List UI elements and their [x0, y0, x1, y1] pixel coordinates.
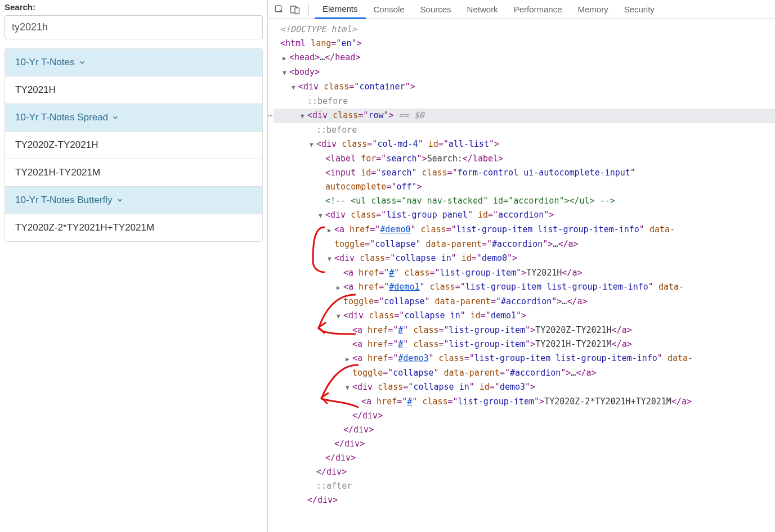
dom-line[interactable]: <div class="list-group panel" id="accord… — [274, 208, 775, 223]
tab-security[interactable]: Security — [616, 0, 662, 19]
dom-line[interactable]: ::before — [274, 123, 775, 137]
dom-line[interactable]: <div class="container"> — [274, 80, 775, 94]
search-label: Search: — [5, 2, 263, 12]
group-header-spread[interactable]: 10-Yr T-Notes Spread — [5, 104, 262, 132]
dom-line[interactable]: toggle="collapse" data-parent="#accordio… — [274, 366, 775, 380]
dom-line-selected[interactable]: ⋯<div class="row"> == $0 — [274, 109, 775, 123]
dom-line[interactable]: <body> — [274, 65, 775, 80]
dom-line[interactable]: <a href="#" class="list-group-item">TY20… — [274, 395, 775, 409]
dom-line[interactable]: toggle="collapse" data-parent="#accordio… — [274, 237, 775, 251]
dom-tree[interactable]: <!DOCTYPE html> <html lang="en"> <head>…… — [268, 19, 775, 532]
search-panel: Search: 10-Yr T-Notes TY2021H 10-Yr T-No… — [0, 0, 267, 532]
collapse-triangle-icon — [301, 109, 306, 123]
group-header-label: 10-Yr T-Notes Butterfly — [15, 195, 113, 206]
dom-line[interactable]: </div> — [274, 493, 775, 507]
dom-line[interactable]: <div class="collapse in" id="demo1"> — [274, 309, 775, 323]
dom-line[interactable]: <!-- <ul class="nav nav-stacked" id="acc… — [274, 194, 775, 208]
collapse-triangle-icon — [337, 309, 342, 323]
toolbar-separator — [308, 4, 309, 15]
device-toolbar-icon[interactable] — [287, 2, 303, 17]
devtools-panel: Elements Console Sources Network Perform… — [267, 0, 775, 532]
svg-rect-2 — [295, 8, 299, 14]
dom-line[interactable]: </div> — [274, 465, 775, 479]
search-input[interactable] — [5, 15, 263, 39]
dom-line[interactable]: <div class="col-md-4" id="all-list"> — [274, 137, 775, 152]
collapse-triangle-icon — [328, 252, 333, 266]
list-item[interactable]: TY2021H-TY2021M — [5, 159, 262, 187]
dom-line[interactable]: </div> — [274, 409, 775, 423]
dom-line[interactable]: <label for="search">Search:</label> — [274, 152, 775, 166]
dom-line[interactable]: <a href="#demo0" class="list-group-item … — [274, 223, 775, 237]
accordion-list: 10-Yr T-Notes TY2021H 10-Yr T-Notes Spre… — [5, 48, 263, 242]
collapse-triangle-icon — [346, 381, 351, 395]
expand-triangle-icon — [283, 51, 288, 65]
collapse-triangle-icon — [292, 80, 297, 94]
dom-line[interactable]: <a href="#" class="list-group-item">TY20… — [274, 266, 775, 280]
dom-line[interactable]: <a href="#" class="list-group-item">TY20… — [274, 337, 775, 351]
dom-line[interactable]: ::before — [274, 94, 775, 109]
dom-line[interactable]: <!DOCTYPE html> — [274, 22, 775, 37]
tab-elements[interactable]: Elements — [315, 0, 366, 19]
dom-line[interactable]: <div class="collapse in" id="demo3"> — [274, 380, 775, 395]
expand-triangle-icon — [346, 352, 351, 366]
tab-network[interactable]: Network — [459, 0, 506, 19]
collapse-triangle-icon — [310, 138, 315, 152]
collapse-triangle-icon — [283, 66, 288, 80]
dom-line[interactable]: <head>…</head> — [274, 51, 775, 65]
dom-line[interactable]: <div class="collapse in" id="demo0"> — [274, 251, 775, 266]
chevron-down-icon — [111, 114, 119, 121]
tab-performance[interactable]: Performance — [506, 0, 570, 19]
dom-line[interactable]: <a href="#demo1" class="list-group-item … — [274, 280, 775, 295]
tab-memory[interactable]: Memory — [570, 0, 616, 19]
dom-line[interactable]: toggle="collapse" data-parent="#accordio… — [274, 295, 775, 309]
dom-line[interactable]: <a href="#" class="list-group-item">TY20… — [274, 323, 775, 337]
inspect-element-icon[interactable] — [271, 2, 287, 17]
dom-line[interactable]: ::after — [274, 479, 775, 493]
more-dots-icon: ⋯ — [268, 109, 272, 123]
devtools-toolbar: Elements Console Sources Network Perform… — [268, 0, 775, 19]
dom-line[interactable]: <a href="#demo3" class="list-group-item … — [274, 351, 775, 366]
list-item[interactable]: TY2020Z-TY2021H — [5, 132, 262, 159]
dom-line[interactable]: <input id="search" class="form-control u… — [274, 166, 775, 180]
dom-line[interactable]: </div> — [274, 423, 775, 437]
chevron-down-icon — [116, 196, 124, 204]
collapse-triangle-icon — [319, 209, 324, 223]
expand-triangle-icon — [328, 223, 333, 237]
expand-triangle-icon — [337, 281, 342, 295]
dom-line[interactable]: </div> — [274, 437, 775, 451]
group-header-tnotes[interactable]: 10-Yr T-Notes — [5, 49, 262, 76]
tab-sources[interactable]: Sources — [413, 0, 459, 19]
list-item[interactable]: TY2020Z-2*TY2021H+TY2021M — [5, 214, 262, 241]
tab-console[interactable]: Console — [366, 0, 413, 19]
list-item[interactable]: TY2021H — [5, 76, 262, 104]
dom-line[interactable]: autocomplete="off"> — [274, 180, 775, 194]
group-header-label: 10-Yr T-Notes — [15, 57, 75, 68]
chevron-down-icon — [78, 58, 86, 66]
group-header-butterfly[interactable]: 10-Yr T-Notes Butterfly — [5, 187, 262, 214]
group-header-label: 10-Yr T-Notes Spread — [15, 112, 108, 123]
dom-line[interactable]: </div> — [274, 451, 775, 465]
dom-line[interactable]: <html lang="en"> — [274, 37, 775, 51]
